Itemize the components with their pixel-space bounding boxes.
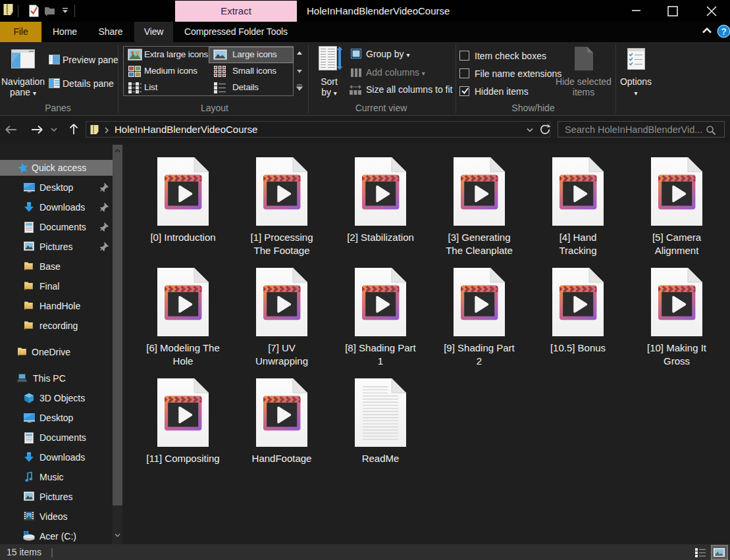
svg-text:?: ? [721, 26, 727, 37]
